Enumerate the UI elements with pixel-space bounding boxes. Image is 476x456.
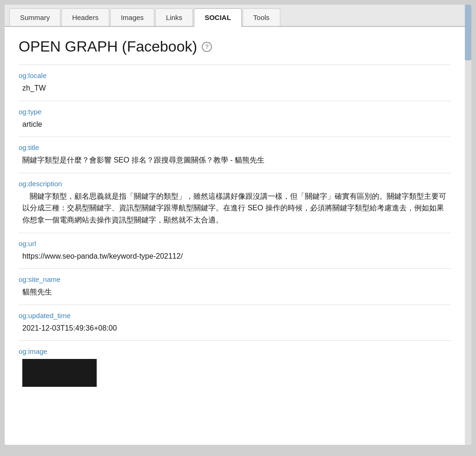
og-label-5: og:site_name	[19, 275, 451, 283]
app-container: SummaryHeadersImagesLinksSOCIALTools OPE…	[5, 5, 471, 445]
og-item-3: og:description 關鍵字類型，顧名思義就是指「關鍵字的類型」，雖然這…	[19, 173, 451, 233]
tab-social[interactable]: SOCIAL	[194, 8, 242, 27]
og-label-3: og:description	[19, 180, 451, 188]
scrollbar-track	[465, 5, 471, 445]
og-label-4: og:url	[19, 240, 451, 248]
og-item-1: og:typearticle	[19, 101, 451, 137]
og-item-6: og:updated_time2021-12-03T15:49:36+08:00	[19, 305, 451, 341]
og-label-2: og:title	[19, 143, 451, 151]
og-value-2: 關鍵字類型是什麼？會影響 SEO 排名？跟搜尋意圖關係？教學 - 貓熊先生	[19, 154, 451, 166]
og-label-0: og:locale	[19, 72, 451, 79]
og-item-7: og:image	[19, 340, 451, 393]
og-value-5: 貓熊先生	[19, 286, 451, 298]
scrollbar-thumb[interactable]	[465, 5, 471, 60]
og-item-5: og:site_name貓熊先生	[19, 268, 451, 305]
tab-links[interactable]: Links	[155, 8, 193, 26]
og-value-4: https://www.seo-panda.tw/keyword-type-20…	[19, 250, 451, 262]
og-label-7: og:image	[19, 347, 451, 355]
tab-bar: SummaryHeadersImagesLinksSOCIALTools	[5, 5, 471, 27]
section-title: OPEN GRAPH (Facebook) ?	[19, 38, 451, 55]
tab-headers[interactable]: Headers	[61, 8, 109, 26]
og-item-2: og:title關鍵字類型是什麼？會影響 SEO 排名？跟搜尋意圖關係？教學 -…	[19, 137, 451, 173]
tab-images[interactable]: Images	[110, 8, 154, 26]
og-label-1: og:type	[19, 108, 451, 116]
og-value-3: 關鍵字類型，顧名思義就是指「關鍵字的類型」，雖然這樣講好像跟沒講一樣，但「關鍵字…	[19, 190, 451, 226]
og-item-4: og:urlhttps://www.seo-panda.tw/keyword-t…	[19, 233, 451, 269]
og-item-0: og:localezh_TW	[19, 65, 451, 101]
tab-summary[interactable]: Summary	[9, 8, 60, 26]
og-fields-container: og:localezh_TWog:typearticleog:title關鍵字類…	[19, 65, 451, 393]
help-icon[interactable]: ?	[202, 42, 212, 52]
section-title-text: OPEN GRAPH (Facebook)	[19, 38, 197, 55]
og-value-6: 2021-12-03T15:49:36+08:00	[19, 322, 451, 334]
og-label-6: og:updated_time	[19, 312, 451, 319]
og-image-placeholder	[22, 359, 97, 387]
og-value-0: zh_TW	[19, 82, 451, 94]
tab-tools[interactable]: Tools	[243, 8, 280, 26]
og-value-1: article	[19, 118, 451, 130]
main-content: OPEN GRAPH (Facebook) ? og:localezh_TWog…	[5, 27, 465, 445]
